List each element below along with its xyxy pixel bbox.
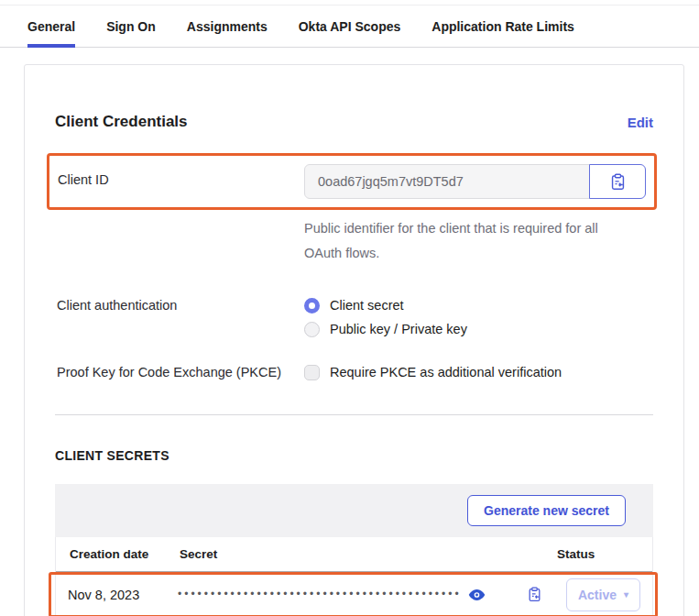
column-header-secret: Secret — [180, 547, 515, 561]
table-row: Nov 8, 2023 ••••••••••••••••••••••••••••… — [56, 575, 651, 615]
section-divider — [55, 414, 653, 415]
tab-application-rate-limits[interactable]: Application Rate Limits — [431, 6, 574, 48]
copy-client-id-button[interactable] — [589, 164, 646, 199]
radio-option-public-private-key[interactable]: Public key / Private key — [304, 322, 467, 337]
client-secrets-table: Creation date Secret Status Nov 8, 2023 … — [55, 537, 653, 616]
client-id-row: Client ID — [58, 164, 650, 199]
pkce-label: Proof Key for Code Exchange (PKCE) — [55, 364, 304, 380]
checkbox-unchecked-icon[interactable] — [304, 365, 320, 380]
eye-icon — [468, 588, 486, 601]
column-header-status: Status — [555, 547, 652, 561]
client-id-help-text: Public identifier for the client that is… — [304, 216, 612, 266]
radio-label: Client secret — [330, 298, 404, 313]
tab-okta-api-scopes[interactable]: Okta API Scopes — [299, 6, 401, 48]
section-title-client-secrets: CLIENT SECRETS — [55, 448, 653, 463]
section-title-client-credentials: Client Credentials — [55, 113, 188, 131]
client-authentication-options: Client secret Public key / Private key — [304, 297, 467, 337]
client-id-label: Client ID — [58, 164, 304, 187]
status-badge: Active — [578, 588, 617, 602]
column-header-creation-date: Creation date — [70, 547, 180, 561]
checkbox-option-require-pkce[interactable]: Require PKCE as additional verification — [304, 365, 562, 380]
table-header-row: Creation date Secret Status — [56, 537, 652, 572]
secret-cell: ••••••••••••••••••••••••••••••••••••••••… — [178, 587, 514, 603]
secret-creation-date: Nov 8, 2023 — [68, 588, 178, 602]
client-id-input[interactable] — [304, 164, 590, 199]
secret-status-dropdown[interactable]: Active ▾ — [566, 578, 640, 611]
client-authentication-label: Client authentication — [55, 297, 304, 313]
radio-label: Public key / Private key — [330, 322, 467, 336]
radio-unselected-icon[interactable] — [304, 322, 320, 337]
tab-assignments[interactable]: Assignments — [187, 6, 268, 48]
client-id-field-group — [304, 164, 646, 199]
pkce-options: Require PKCE as additional verification — [304, 364, 562, 380]
masked-secret-value: ••••••••••••••••••••••••••••••••••••••••… — [178, 588, 462, 600]
secret-row-highlight-box: Nov 8, 2023 ••••••••••••••••••••••••••••… — [49, 572, 658, 616]
checkbox-label: Require PKCE as additional verification — [330, 365, 562, 380]
client-secrets-toolbar: Generate new secret — [55, 484, 653, 537]
app-tab-bar: General Sign On Assignments Okta API Sco… — [0, 6, 699, 48]
client-id-highlight-box: Client ID — [47, 153, 657, 210]
caret-down-icon: ▾ — [624, 589, 628, 600]
copy-secret-button[interactable] — [525, 585, 544, 604]
clipboard-paste-icon — [609, 173, 627, 191]
reveal-secret-button[interactable] — [466, 587, 487, 603]
generate-new-secret-button[interactable]: Generate new secret — [467, 495, 626, 526]
tab-sign-on[interactable]: Sign On — [106, 6, 156, 48]
edit-button[interactable]: Edit — [628, 115, 653, 130]
pkce-row: Proof Key for Code Exchange (PKCE) Requi… — [55, 364, 653, 380]
client-credentials-header: Client Credentials Edit — [55, 113, 653, 131]
general-settings-card: Client Credentials Edit Client ID — [24, 64, 684, 616]
clipboard-paste-icon — [527, 587, 542, 602]
radio-option-client-secret[interactable]: Client secret — [304, 298, 467, 314]
tab-general[interactable]: General — [27, 6, 75, 48]
radio-selected-icon[interactable] — [304, 298, 320, 314]
client-authentication-row: Client authentication Client secret Publ… — [55, 297, 653, 337]
